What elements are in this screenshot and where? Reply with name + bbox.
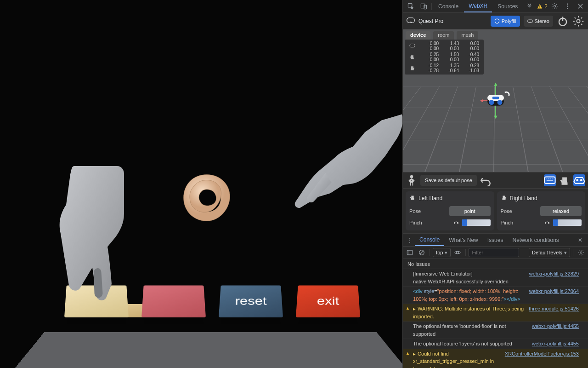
pose-val: 0.00 xyxy=(418,46,439,51)
pose-val: 0.00 xyxy=(459,46,479,51)
save-pose-button[interactable]: Save as default pose xyxy=(420,175,477,186)
left-pose-select[interactable]: point xyxy=(449,206,491,216)
right-pose-select[interactable]: relaxed xyxy=(540,206,582,216)
pose-val: 0.25 xyxy=(418,52,439,57)
tab-sources-label: Sources xyxy=(498,3,518,10)
emulator-headset-gizmo[interactable] xyxy=(475,80,516,121)
view-tab-room[interactable]: room xyxy=(433,31,454,40)
right-pinch-slider[interactable] xyxy=(553,219,582,226)
drawer-close-icon[interactable]: ✕ xyxy=(574,237,586,243)
device-name: Quest Pro xyxy=(418,18,443,24)
webxr-3d-viewport[interactable]: reset exit xyxy=(0,0,402,368)
pose-val: -1.03 xyxy=(459,68,479,73)
polyfill-button[interactable]: Polyfill xyxy=(491,16,520,27)
svg-rect-26 xyxy=(544,177,555,184)
expand-caret-icon[interactable]: ▸ xyxy=(413,351,416,356)
svg-point-25 xyxy=(410,175,413,178)
svg-point-32 xyxy=(548,223,549,224)
hand-icon xyxy=(409,54,417,61)
view-tab-device-label: device xyxy=(410,32,426,38)
save-pose-label: Save as default pose xyxy=(425,178,472,183)
drawer-tab-console[interactable]: Console xyxy=(415,234,444,246)
pose-action-bar: Save as default pose xyxy=(403,172,588,189)
pose-val: 0.00 xyxy=(439,46,459,51)
log-source-link[interactable]: webxr-polyfill.js:27064 xyxy=(525,288,579,303)
svg-point-29 xyxy=(454,223,455,224)
log-source-link[interactable]: webxr-polyfill.js:32829 xyxy=(525,270,579,285)
svg-point-12 xyxy=(577,19,580,23)
xr-settings-icon[interactable] xyxy=(572,15,584,27)
pose-readout: 0.00 1.43 0.00 0.00 0.00 0.00 0.25 1.50-… xyxy=(405,40,484,75)
hand-icon xyxy=(501,194,507,202)
live-expr-icon[interactable] xyxy=(452,247,463,258)
stereo-button[interactable]: Stereo xyxy=(524,16,553,27)
drawer-tab-issues[interactable]: Issues xyxy=(483,234,508,246)
scene-right-hand xyxy=(285,106,402,216)
tab-webxr[interactable]: WebXR xyxy=(464,0,492,12)
log-message: The optional feature 'layers' is not sup… xyxy=(413,340,527,348)
view-tabs: device room mesh xyxy=(403,29,484,40)
log-row: The optional feature 'layers' is not sup… xyxy=(403,339,588,349)
power-icon[interactable] xyxy=(557,15,569,27)
view-tab-device[interactable]: device xyxy=(406,31,430,40)
sidebar-toggle-icon[interactable] xyxy=(405,247,415,258)
pose-val: 0.00 xyxy=(418,41,439,46)
drawer-tab-console-label: Console xyxy=(419,236,440,243)
svg-point-8 xyxy=(567,8,568,9)
hand-panels: Left Hand Posepoint Pinch Right Hand Pos… xyxy=(403,189,588,233)
settings-gear-icon[interactable] xyxy=(548,0,560,12)
inspect-element-icon[interactable] xyxy=(405,0,417,12)
view-tab-mesh[interactable]: mesh xyxy=(457,31,478,40)
log-source-link[interactable]: webxr-polyfill.js:4455 xyxy=(527,340,579,348)
log-source-link[interactable]: XRControllerModelFactory.js:153 xyxy=(500,350,579,368)
context-select[interactable]: top ▾ xyxy=(433,248,451,257)
hand-toggle-icon[interactable] xyxy=(559,174,571,186)
more-menu-icon[interactable] xyxy=(561,0,573,12)
undo-icon[interactable] xyxy=(480,174,492,186)
log-row-warning: ▸WARNING: Multiple instances of Three.js… xyxy=(403,304,588,322)
code-token: style xyxy=(424,288,435,294)
drawer-tab-whatsnew-label: What's New xyxy=(449,237,478,243)
device-toolbar-icon[interactable] xyxy=(418,0,430,12)
code-token: <div xyxy=(413,288,424,294)
svg-point-28 xyxy=(581,180,582,181)
view-tab-room-label: room xyxy=(438,32,449,38)
drawer-more-icon[interactable]: ⋮ xyxy=(405,237,415,243)
right-hand-panel: Right Hand Poserelaxed Pinch xyxy=(497,191,585,230)
log-source-link[interactable]: three.module.js:51426 xyxy=(524,305,579,320)
log-message: [Immersive Web Emulator] native WebXR AP… xyxy=(413,270,525,285)
pinch-icon xyxy=(453,219,459,226)
controller-toggle-icon[interactable] xyxy=(573,174,585,186)
drawer-tab-whatsnew[interactable]: What's New xyxy=(444,234,483,246)
pose-val: 1.35 xyxy=(439,63,459,68)
headset-icon xyxy=(407,17,415,25)
clear-console-icon[interactable] xyxy=(417,247,427,258)
hand-icon xyxy=(409,194,416,202)
console-settings-icon[interactable] xyxy=(576,247,586,258)
right-pose-value: relaxed xyxy=(553,208,569,214)
svg-rect-10 xyxy=(527,20,532,23)
keyboard-icon[interactable] xyxy=(544,174,556,186)
filter-input[interactable] xyxy=(469,248,519,257)
close-devtools-icon[interactable] xyxy=(574,0,586,12)
tab-console[interactable]: Console xyxy=(434,0,463,12)
scene-button-2[interactable] xyxy=(141,285,206,317)
log-source-link[interactable]: webxr-polyfill.js:4455 xyxy=(527,322,579,338)
warnings-badge[interactable]: 2 xyxy=(537,3,548,10)
expand-caret-icon[interactable]: ▸ xyxy=(413,306,416,311)
stereo-label: Stereo xyxy=(535,18,549,24)
scene-button-reset[interactable]: reset xyxy=(219,285,283,317)
pose-label: Pose xyxy=(501,208,512,214)
console-body[interactable]: [Immersive Web Emulator] native WebXR AP… xyxy=(403,269,588,368)
more-tabs-icon[interactable] xyxy=(523,0,535,12)
scene-button-exit[interactable]: exit xyxy=(296,285,360,317)
drawer-tab-netcond[interactable]: Network conditions xyxy=(508,234,563,246)
log-levels-select[interactable]: Default levels ▾ xyxy=(529,248,570,257)
tab-sources[interactable]: Sources xyxy=(493,0,522,12)
left-hand-panel: Left Hand Posepoint Pinch xyxy=(406,191,494,230)
left-pinch-slider[interactable] xyxy=(462,219,491,226)
pose-val: -0.12 xyxy=(418,63,439,68)
svg-point-27 xyxy=(577,180,578,181)
pinch-icon xyxy=(544,219,550,226)
svg-point-30 xyxy=(457,223,458,224)
